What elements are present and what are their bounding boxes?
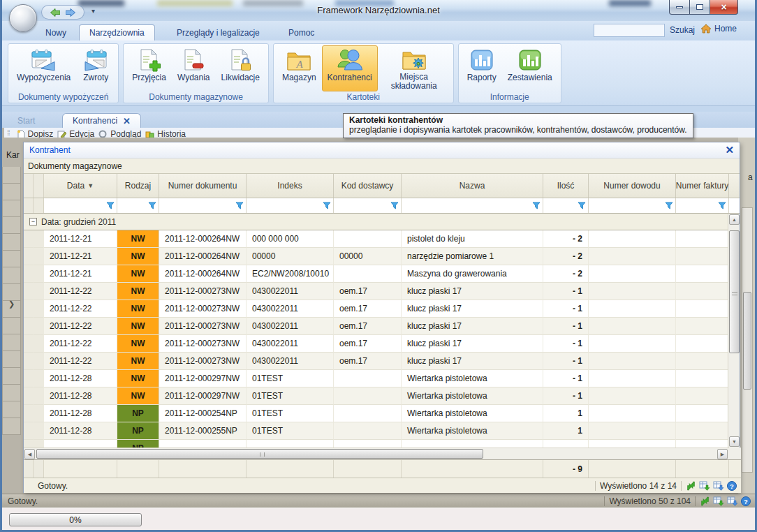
close-button[interactable]: ×: [710, 0, 738, 15]
group-row[interactable]: − Data: grudzień 2011: [24, 214, 740, 230]
cell-name: narzędzie pomiarowe 1: [402, 248, 543, 265]
app-menu-orb[interactable]: [9, 4, 37, 32]
table-row[interactable]: NP: [24, 440, 740, 448]
ribbon-button-miejsca-sk-adowania[interactable]: Miejsca składowania: [378, 45, 450, 91]
scroll-left-icon[interactable]: ◀: [24, 449, 35, 459]
column-header-ilo[interactable]: Ilość: [543, 174, 589, 198]
export-excel-icon[interactable]: [699, 481, 710, 491]
toolbar-item-edycja[interactable]: Edycja: [57, 129, 94, 138]
filter-icon[interactable]: [532, 202, 541, 209]
collapse-icon[interactable]: −: [29, 218, 37, 226]
ribbon-button-wydania[interactable]: Wydania: [172, 45, 216, 91]
toolbar-grip[interactable]: ⁞⁞: [7, 129, 10, 137]
table-row[interactable]: 2011-12-21NW2011-12-000264NW000 000 000p…: [24, 230, 740, 248]
filter-cell-nazwa[interactable]: [402, 198, 543, 213]
cell-type: NW: [117, 370, 159, 387]
minimize-button[interactable]: [669, 0, 690, 15]
column-header-indeks[interactable]: Indeks: [247, 174, 334, 198]
horizontal-scrollbar[interactable]: ◀ ▶: [24, 448, 729, 459]
toolbar-item-dopisz[interactable]: Dopisz: [17, 129, 54, 138]
filter-icon[interactable]: [665, 202, 673, 209]
summary-cell-indeks: [247, 460, 334, 478]
refresh-icon[interactable]: [700, 496, 710, 506]
scroll-right-icon[interactable]: ▶: [717, 449, 728, 459]
splitter-expand-arrow[interactable]: ❯: [8, 300, 15, 309]
filter-icon[interactable]: [148, 202, 156, 209]
table-row[interactable]: 2011-12-28NP2011-12-000254NP01TESTWierta…: [24, 405, 740, 422]
ribbon-tab-przeglady[interactable]: Przeglądy i legalizacje: [167, 24, 270, 40]
cell-date: 2011-12-28: [44, 370, 117, 387]
filter-icon[interactable]: [235, 202, 244, 209]
forward-icon[interactable]: [66, 8, 75, 17]
tab-close-icon[interactable]: ✕: [123, 116, 131, 126]
filter-cell-kod-dostawcy[interactable]: [334, 198, 402, 213]
toolbar-options-caret[interactable]: ▾: [91, 7, 95, 15]
table-row[interactable]: 2011-12-28NP2011-12-000255NP01TESTWierta…: [24, 422, 740, 440]
toolbar-item-historia[interactable]: Historia: [145, 129, 186, 138]
filter-icon[interactable]: [390, 202, 399, 209]
back-icon[interactable]: [50, 8, 60, 17]
ribbon-button-likwidacje[interactable]: Likwidacje: [216, 45, 265, 91]
tab-kontrahenci[interactable]: Kontrahenci ✕: [62, 113, 141, 128]
column-header-rodzaj[interactable]: Rodzaj: [117, 174, 159, 198]
toolbar-item-podglad[interactable]: Podgląd: [98, 129, 141, 138]
export-icon[interactable]: [713, 481, 724, 491]
table-row[interactable]: 2011-12-22NW2011-12-000273NW0430022011oe…: [24, 335, 740, 353]
dialog-close-icon[interactable]: ✕: [725, 144, 734, 156]
table-row[interactable]: 2011-12-22NW2011-12-000273NW0430022011oe…: [24, 353, 740, 370]
ribbon-button-zwroty[interactable]: Zwroty: [76, 45, 115, 91]
scroll-down-icon[interactable]: ▼: [729, 436, 740, 447]
cell-type: NP: [117, 440, 159, 448]
cell-date: 2011-12-21: [44, 265, 117, 283]
filter-cell-indeks[interactable]: [247, 198, 334, 213]
ribbon-button-zestawienia[interactable]: Zestawienia: [502, 45, 558, 91]
scrollbar-thumb[interactable]: [729, 230, 740, 353]
table-row[interactable]: 2011-12-22NW2011-12-000273NW0430022011oe…: [24, 318, 740, 335]
table-row[interactable]: 2011-12-28NW2011-12-000297NW01TESTWierta…: [24, 370, 740, 387]
table-row[interactable]: 2011-12-28NW2011-12-000297NW01TESTWierta…: [24, 387, 740, 405]
export-icon[interactable]: [727, 496, 738, 506]
ribbon-button-raporty[interactable]: Raporty: [462, 45, 502, 91]
background-vertical-scrollbar[interactable]: [742, 207, 753, 473]
filter-icon[interactable]: [718, 202, 726, 209]
ribbon-button-wypo-yczenia[interactable]: Wypożyczenia: [11, 45, 76, 91]
scroll-up-icon[interactable]: ▲: [729, 214, 740, 225]
ribbon-button-przyj-cia[interactable]: Przyjęcia: [126, 45, 172, 91]
help-icon[interactable]: ?: [727, 481, 737, 491]
filter-icon[interactable]: [106, 202, 115, 209]
filter-icon[interactable]: [578, 202, 586, 209]
column-header-numer-dokumentu[interactable]: Numer dokumentu: [159, 174, 247, 198]
ribbon-button-kontrahenci[interactable]: Kontrahenci: [322, 45, 378, 91]
search-button[interactable]: Szukaj: [670, 25, 695, 35]
filter-cell-ilo[interactable]: [543, 198, 589, 213]
table-row[interactable]: 2011-12-22NW2011-12-000273NW0430022011oe…: [24, 283, 740, 300]
column-header-numer-faktury[interactable]: Numer faktury: [676, 174, 729, 198]
vertical-scrollbar[interactable]: ▲ ▼: [728, 214, 740, 448]
scrollbar-thumb[interactable]: [36, 449, 483, 459]
filter-cell-rodzaj[interactable]: [117, 198, 159, 213]
ribbon-tab-pomoc[interactable]: Pomoc: [279, 24, 324, 40]
column-header-nazwa[interactable]: Nazwa: [402, 174, 543, 198]
column-header-numer-dowodu[interactable]: Numer dowodu: [589, 174, 676, 198]
table-row[interactable]: 2011-12-21NW2011-12-000264NWEC2/NW2008/1…: [24, 265, 740, 283]
tab-start[interactable]: Start: [8, 113, 45, 128]
scrollbar-thumb[interactable]: [743, 292, 751, 390]
filter-icon[interactable]: [323, 202, 331, 209]
table-row[interactable]: 2011-12-22NW2011-12-000273NW0430022011oe…: [24, 300, 740, 318]
filter-cell-numer-dokumentu[interactable]: [159, 198, 247, 213]
home-button[interactable]: Home: [714, 24, 737, 34]
filter-cell-numer-dowodu[interactable]: [589, 198, 676, 213]
help-icon[interactable]: ?: [741, 496, 751, 506]
ribbon-tab-nowy[interactable]: Nowy: [36, 24, 76, 40]
filter-cell-numer-faktury[interactable]: [676, 198, 729, 213]
table-row[interactable]: 2011-12-21NW2011-12-000264NW0000000000na…: [24, 248, 740, 265]
refresh-icon[interactable]: [686, 481, 696, 491]
ribbon-button-magazyn[interactable]: AMagazyn: [277, 45, 322, 91]
search-input[interactable]: [594, 24, 665, 37]
filter-cell-data[interactable]: [44, 198, 117, 213]
maximize-button[interactable]: [690, 0, 710, 15]
ribbon-tab-narzedziownia[interactable]: Narzędziownia: [79, 24, 155, 40]
column-header-data[interactable]: Data▼: [44, 174, 117, 198]
column-header-kod-dostawcy[interactable]: Kod dostawcy: [334, 174, 402, 198]
export-excel-icon[interactable]: [713, 496, 724, 506]
